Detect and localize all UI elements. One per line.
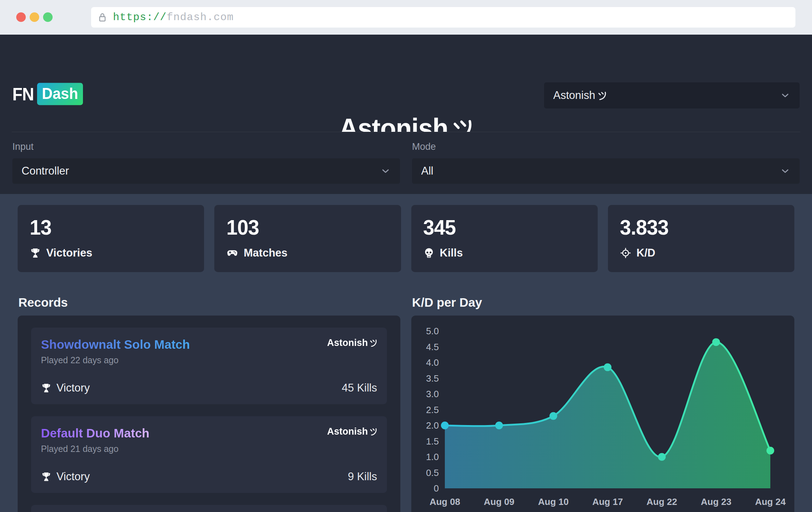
url-host: fndash.com <box>167 11 234 23</box>
browser-chrome: https://fndash.com <box>0 0 812 35</box>
record-played-ago: Played 22 days ago <box>41 355 377 365</box>
y-axis-tick-label: 1.5 <box>426 436 439 447</box>
account-name-text: Astonish <box>553 89 595 102</box>
records-section: Records Showdownalt Solo Match Astonish … <box>18 295 400 512</box>
stat-card-kd: 3.833 K/D <box>608 205 794 272</box>
x-axis-tick-label: Aug 08 <box>430 496 460 507</box>
records-panel: Showdownalt Solo Match Astonish Played 2… <box>18 316 400 512</box>
matches-value: 103 <box>226 215 389 239</box>
kd-label: K/D <box>637 247 655 259</box>
url-scheme: https:// <box>113 11 167 23</box>
x-axis-tick-label: Aug 24 <box>755 496 786 507</box>
chart-point[interactable] <box>604 363 611 371</box>
tsu-smiley-glyph <box>370 339 377 347</box>
mode-filter-value: All <box>421 165 433 177</box>
kd-chart-panel: 00.51.01.52.02.53.03.54.04.55.0Aug 08Aug… <box>411 316 794 512</box>
stat-card-matches: 103 Matches <box>214 205 401 272</box>
records-heading: Records <box>18 295 400 310</box>
y-axis-tick-label: 1.0 <box>426 452 439 462</box>
y-axis-tick-label: 0 <box>434 483 439 494</box>
zoom-window-button[interactable] <box>43 12 53 22</box>
minimize-window-button[interactable] <box>30 12 39 22</box>
logo-dash-badge: Dash <box>37 83 83 105</box>
y-axis-tick-label: 3.0 <box>426 389 439 399</box>
record-card-partial[interactable] <box>31 505 387 512</box>
y-axis-tick-label: 2.0 <box>426 420 439 431</box>
app-header: FN Dash Astonish Astonish <box>0 35 812 132</box>
kills-label: Kills <box>440 247 463 259</box>
chevron-down-icon <box>380 166 391 176</box>
y-axis-tick-label: 3.5 <box>426 373 439 384</box>
chevron-down-icon <box>780 90 790 101</box>
x-axis-tick-label: Aug 09 <box>484 496 514 507</box>
kills-value: 345 <box>423 215 586 239</box>
kd-value: 3.833 <box>620 215 782 239</box>
y-axis-tick-label: 4.5 <box>426 342 439 352</box>
record-result: Victory <box>41 382 90 394</box>
chart-point[interactable] <box>658 453 666 461</box>
filters-bar: Input Controller Mode All <box>0 132 812 194</box>
crosshair-icon <box>620 247 631 259</box>
content-grid: Records Showdownalt Solo Match Astonish … <box>18 295 794 512</box>
trophy-icon <box>41 383 52 393</box>
chart-point[interactable] <box>495 422 503 429</box>
logo-fn-text: FN <box>12 83 34 104</box>
y-axis-tick-label: 4.0 <box>426 357 439 368</box>
fndash-logo[interactable]: FN Dash <box>12 83 83 105</box>
x-axis-tick-label: Aug 10 <box>538 496 569 507</box>
record-played-ago: Played 21 days ago <box>41 444 377 454</box>
x-axis-tick-label: Aug 22 <box>646 496 677 507</box>
mode-filter-label: Mode <box>412 141 800 152</box>
lock-icon <box>97 12 108 23</box>
chart-point[interactable] <box>712 338 720 346</box>
record-card[interactable]: Default Duo Match Astonish Played 21 day… <box>31 416 387 493</box>
record-result-text: Victory <box>56 470 90 483</box>
y-axis-tick-label: 0.5 <box>426 467 439 478</box>
trophy-icon <box>41 471 52 482</box>
x-axis-tick-label: Aug 17 <box>592 496 623 507</box>
x-axis-tick-label: Aug 23 <box>701 496 732 507</box>
chevron-down-icon <box>780 166 790 176</box>
chart-point[interactable] <box>766 447 774 454</box>
mode-filter-dropdown[interactable]: All <box>412 158 800 184</box>
chart-point[interactable] <box>441 422 449 429</box>
kd-chart[interactable]: 00.51.01.52.02.53.03.54.04.55.0Aug 08Aug… <box>411 316 794 512</box>
record-result: Victory <box>41 470 90 483</box>
tsu-smiley-glyph <box>598 91 607 100</box>
input-filter-label: Input <box>12 141 400 152</box>
chart-point[interactable] <box>549 412 557 420</box>
fndash-page: https://fndash.com FN Dash Astonish Asto… <box>0 0 812 512</box>
record-player-name: Astonish <box>327 426 377 437</box>
stat-card-kills: 345 Kills <box>411 205 598 272</box>
account-selector-dropdown[interactable]: Astonish <box>544 82 800 108</box>
record-title-link[interactable]: Showdownalt Solo Match <box>41 337 190 352</box>
record-player-name: Astonish <box>327 337 377 349</box>
window-controls <box>16 12 53 22</box>
close-window-button[interactable] <box>16 12 26 22</box>
record-result-text: Victory <box>56 382 90 394</box>
address-bar[interactable]: https://fndash.com <box>91 7 795 28</box>
input-filter-dropdown[interactable]: Controller <box>12 158 400 184</box>
victories-label: Victories <box>46 247 92 259</box>
y-axis-tick-label: 2.5 <box>426 405 439 415</box>
skull-icon <box>423 247 435 259</box>
record-card[interactable]: Showdownalt Solo Match Astonish Played 2… <box>31 328 387 404</box>
input-filter-value: Controller <box>22 165 69 177</box>
y-axis-tick-label: 5.0 <box>426 326 439 336</box>
stats-row: 13 Victories 103 <box>18 194 794 272</box>
gamepad-icon <box>226 247 238 259</box>
trophy-icon <box>30 247 41 259</box>
main-content: 13 Victories 103 <box>0 194 812 512</box>
stat-card-victories: 13 Victories <box>18 205 204 272</box>
victories-value: 13 <box>30 215 192 239</box>
tsu-smiley-glyph <box>370 428 377 435</box>
record-title-link[interactable]: Default Duo Match <box>41 426 149 440</box>
kd-chart-heading: K/D per Day <box>412 295 794 310</box>
record-kills: 9 Kills <box>348 470 377 483</box>
record-kills: 45 Kills <box>342 382 377 394</box>
matches-label: Matches <box>244 247 287 259</box>
kd-chart-section: K/D per Day 00.51.01.52.02.53.03.54.04.5… <box>411 295 794 512</box>
